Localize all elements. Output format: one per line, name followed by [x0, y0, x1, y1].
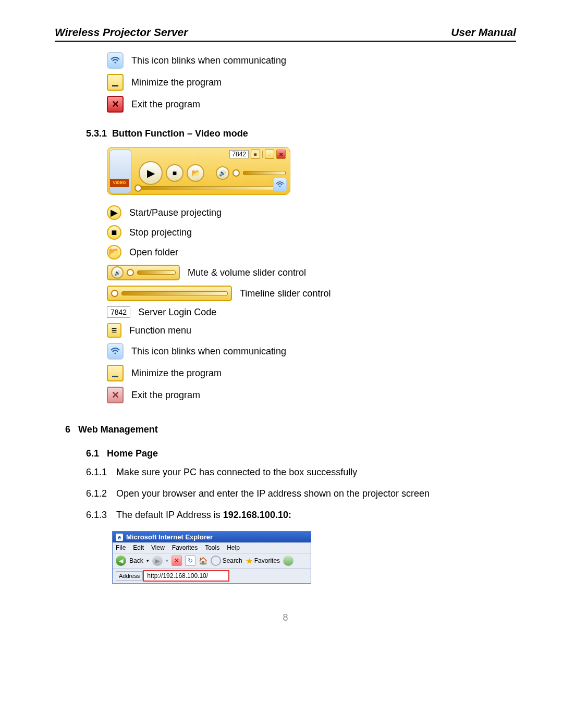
page-header: Wireless Projector Server User Manual: [55, 26, 516, 42]
star-icon: ★: [246, 556, 253, 566]
wifi-indicator-icon: [273, 178, 287, 191]
svg-point-1: [279, 186, 281, 187]
video-tab: VIDEO: [110, 179, 129, 187]
ie-address-input[interactable]: http://192.168.100.10/: [143, 570, 229, 582]
ie-address-bar: Address http://192.168.100.10/: [113, 569, 311, 583]
icon-desc-row: ■ Stop projecting: [107, 225, 516, 240]
icon-desc-row: ≡ Function menu: [107, 323, 516, 338]
svg-point-0: [115, 62, 116, 64]
panel-playback-controls: ▶ ■ 📂 🔊: [139, 161, 286, 185]
section-title: Web Management: [78, 424, 158, 435]
play-button[interactable]: ▶: [139, 161, 163, 185]
page-number: 8: [55, 612, 516, 623]
ie-forward-button[interactable]: ▶: [152, 556, 163, 566]
section-number: 5.3.1: [86, 128, 107, 139]
step-text: The default IP Address is 192.168.100.10…: [116, 510, 291, 521]
ie-toolbar: ◀ Back ▾ ▶ ▾ ✕ ↻ 🏠 Search ★ Favorites: [113, 553, 311, 569]
minimize-icon: [107, 74, 124, 91]
step-text: Make sure your PC has connected to the b…: [116, 467, 357, 478]
ie-search-button[interactable]: Search: [211, 556, 242, 566]
icon-desc-row: 🔊 Mute & volume slider control: [107, 265, 516, 280]
panel-top-controls: 7842 ≡ – ✕: [229, 150, 286, 159]
close-icon[interactable]: ✕: [276, 150, 286, 159]
ie-menu-view[interactable]: View: [151, 544, 165, 551]
panel-left-strip: VIDEO: [109, 150, 131, 193]
icon-desc-label: Open folder: [129, 247, 178, 258]
mute-volume-slider: 🔊: [107, 265, 180, 280]
timeline-thumb[interactable]: [134, 184, 142, 192]
ie-menu-tools[interactable]: Tools: [205, 544, 219, 551]
stop-button[interactable]: ■: [166, 164, 183, 182]
search-icon: [211, 556, 221, 566]
dropdown-arrow-icon[interactable]: ▾: [166, 558, 168, 563]
timeline-slider[interactable]: [139, 186, 280, 190]
section-number: 6: [65, 424, 70, 435]
open-folder-icon: 📂: [107, 245, 121, 260]
icon-desc-label: This icon blinks when communicating: [131, 55, 286, 66]
icon-desc-label: Minimize the program: [131, 77, 222, 88]
step-number: 6.1.2: [86, 488, 111, 499]
slider-thumb[interactable]: [232, 169, 240, 177]
play-icon: ▶: [107, 205, 121, 220]
icon-desc-label: Stop projecting: [129, 227, 192, 238]
dropdown-arrow-icon[interactable]: ▾: [146, 558, 149, 563]
ie-browser-window: e Microsoft Internet Explorer File Edit …: [112, 531, 311, 584]
icon-desc-row: ▶ Start/Pause projecting: [107, 205, 516, 220]
icon-desc-label: Start/Pause projecting: [129, 207, 222, 218]
ie-menu-file[interactable]: File: [116, 544, 126, 551]
icon-desc-label: Exit the program: [131, 390, 200, 401]
ie-address-label: Address: [116, 571, 143, 581]
wifi-blink-icon: [107, 52, 124, 69]
ie-media-button[interactable]: [283, 556, 293, 566]
minimize-icon: [107, 365, 124, 381]
section-title: Button Function – Video mode: [112, 128, 248, 139]
volume-slider[interactable]: [243, 171, 286, 175]
icon-desc-row: ✕ Exit the program: [107, 387, 516, 403]
icon-desc-row: ✕ Exit the program: [107, 96, 516, 113]
open-folder-button[interactable]: 📂: [187, 164, 204, 182]
mute-button[interactable]: 🔊: [216, 166, 229, 180]
ie-favorites-button[interactable]: ★ Favorites: [246, 556, 280, 566]
section-5-3-1: 5.3.1 Button Function – Video mode: [86, 128, 516, 139]
function-menu-icon: ≡: [107, 323, 121, 338]
ie-menu-help[interactable]: Help: [227, 544, 240, 551]
exit-icon: ✕: [107, 387, 124, 403]
icon-desc-label: Minimize the program: [131, 368, 222, 379]
ie-back-button[interactable]: ◀: [116, 556, 126, 566]
ie-menu-edit[interactable]: Edit: [133, 544, 144, 551]
section-6: 6 Web Management: [65, 424, 516, 435]
header-right: User Manual: [451, 26, 516, 39]
section-number: 6.1: [86, 448, 99, 459]
icon-desc-label: Mute & volume slider control: [188, 267, 306, 278]
ie-back-label[interactable]: Back: [129, 557, 143, 564]
exit-icon: ✕: [107, 96, 124, 113]
header-left: Wireless Projector Server: [55, 26, 188, 39]
icon-desc-row: Timeline slider control: [107, 286, 516, 301]
ie-home-button[interactable]: 🏠: [199, 557, 207, 565]
icon-desc-row: Minimize the program: [107, 365, 516, 381]
server-code: 7842: [229, 150, 249, 158]
timeline-slider: [107, 286, 232, 301]
section-title: Home Page: [107, 448, 158, 459]
ie-stop-button[interactable]: ✕: [172, 556, 182, 566]
svg-point-2: [115, 353, 116, 354]
icon-desc-label: This icon blinks when communicating: [131, 346, 286, 357]
ie-titlebar: e Microsoft Internet Explorer: [113, 532, 311, 542]
icon-desc-row: Minimize the program: [107, 74, 516, 91]
step-text: Open your browser and enter the IP addre…: [116, 488, 430, 499]
icon-desc-label: Exit the program: [131, 99, 200, 110]
ie-menu-favorites[interactable]: Favorites: [172, 544, 198, 551]
step-number: 6.1.3: [86, 510, 111, 521]
menu-icon[interactable]: ≡: [251, 150, 260, 159]
stop-icon: ■: [107, 225, 121, 240]
icon-desc-label: Timeline slider control: [240, 288, 331, 299]
step-item: 6.1.3 The default IP Address is 192.168.…: [86, 510, 516, 521]
icon-desc-label: Function menu: [129, 325, 191, 336]
step-number: 6.1.1: [86, 467, 111, 478]
ie-refresh-button[interactable]: ↻: [185, 556, 195, 566]
icon-desc-row: This icon blinks when communicating: [107, 52, 516, 69]
icon-desc-row: 📂 Open folder: [107, 245, 516, 260]
minimize-icon[interactable]: –: [265, 150, 274, 159]
icon-desc-row: 7842 Server Login Code: [107, 306, 516, 318]
video-mode-panel: VIDEO 7842 ≡ – ✕ ▶ ■ 📂 🔊: [107, 147, 290, 195]
